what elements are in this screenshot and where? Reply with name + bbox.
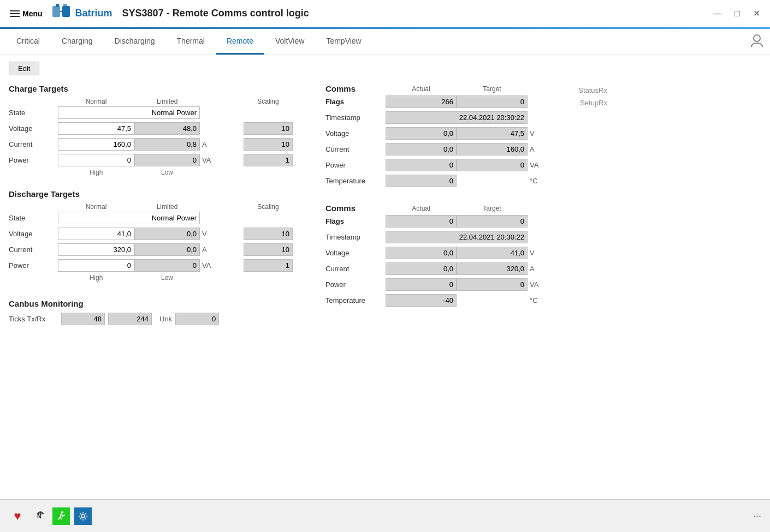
discharge-comms-power-unit: VA <box>528 280 544 289</box>
discharge-power-scaling[interactable] <box>244 259 293 272</box>
discharge-voltage-limited[interactable] <box>134 228 200 240</box>
charge-comms-current-target[interactable] <box>457 143 528 156</box>
discharge-comms-current-label: Current <box>325 265 386 273</box>
charge-comms-actual-header: Actual <box>386 85 457 93</box>
charge-voltage-normal[interactable] <box>58 122 134 135</box>
canbus-tx-input[interactable] <box>61 313 105 325</box>
menu-label: Menu <box>22 9 43 18</box>
status-rx-link[interactable]: StatusRx <box>578 86 607 94</box>
edit-button[interactable]: Edit <box>9 62 39 75</box>
charge-comms-power-actual[interactable] <box>386 159 457 171</box>
discharge-current-limited[interactable] <box>134 243 200 256</box>
canbus-title: Canbus Monitoring <box>9 299 315 308</box>
charge-voltage-limited[interactable] <box>134 122 200 135</box>
svg-point-8 <box>81 515 85 518</box>
svg-point-7 <box>61 511 63 513</box>
charge-comms-power-unit: VA <box>528 161 544 169</box>
svg-rect-1 <box>62 6 70 17</box>
discharge-comms-temperature-actual[interactable] <box>386 294 457 307</box>
menu-button[interactable]: Menu <box>5 7 47 20</box>
discharge-power-limited[interactable] <box>134 259 200 272</box>
discharge-comms-voltage-label: Voltage <box>325 249 386 257</box>
close-button[interactable]: ✕ <box>749 7 765 20</box>
tab-tempview[interactable]: TempView <box>315 29 372 55</box>
charge-limited-header: Limited <box>134 98 200 105</box>
discharge-current-scaling[interactable] <box>244 243 293 256</box>
canbus-ticks-label: Ticks Tx/Rx <box>9 315 58 323</box>
discharge-comms-power-actual[interactable] <box>386 278 457 291</box>
tab-charging[interactable]: Charging <box>51 29 104 55</box>
brand-name: Batrium <box>75 8 112 19</box>
discharge-power-normal[interactable] <box>58 259 134 272</box>
hamburger-icon <box>10 10 20 17</box>
discharge-comms-title: Comms <box>325 204 386 213</box>
discharge-comms-current-actual[interactable] <box>386 262 457 275</box>
user-icon[interactable] <box>749 33 765 51</box>
charge-comms-power-label: Power <box>325 161 386 169</box>
charge-flags-actual[interactable] <box>386 95 457 108</box>
wifi-n-icon[interactable]: N <box>31 507 48 525</box>
tab-critical[interactable]: Critical <box>5 29 51 55</box>
discharge-comms-voltage-target[interactable] <box>457 247 528 259</box>
discharge-comms-power-label: Power <box>325 280 386 289</box>
charge-comms-voltage-label: Voltage <box>325 129 386 138</box>
discharge-timestamp-label: Timestamp <box>325 233 386 241</box>
tab-thermal[interactable]: Thermal <box>166 29 216 55</box>
tab-voltview[interactable]: VoltView <box>264 29 315 55</box>
maximize-button[interactable]: □ <box>730 7 744 20</box>
charge-power-normal[interactable] <box>58 154 134 166</box>
batrium-logo-svg <box>51 2 71 21</box>
charge-timestamp-input[interactable] <box>386 111 528 124</box>
discharge-comms-voltage-actual[interactable] <box>386 247 457 259</box>
discharge-flags-actual[interactable] <box>386 215 457 228</box>
discharge-comms-voltage-unit: V <box>528 249 544 257</box>
tab-remote[interactable]: Remote <box>216 29 264 55</box>
heart-icon[interactable]: ♥ <box>9 507 26 525</box>
charge-current-label: Current <box>9 140 58 148</box>
discharge-state-input[interactable] <box>58 212 200 224</box>
tab-discharging[interactable]: Discharging <box>104 29 166 55</box>
charge-comms-temperature-actual[interactable] <box>386 175 457 187</box>
discharge-low-label: Low <box>134 274 200 282</box>
title-bar-controls: — □ ✕ <box>708 7 765 20</box>
svg-point-5 <box>754 35 760 41</box>
charge-comms-current-actual[interactable] <box>386 143 457 156</box>
svg-point-6 <box>40 513 42 515</box>
window-title: SYS3807 - Remote Comms control logic <box>122 8 309 19</box>
charge-power-limited[interactable] <box>134 154 200 166</box>
charge-current-limited[interactable] <box>134 138 200 151</box>
charge-targets-title: Charge Targets <box>9 84 315 93</box>
charge-comms-voltage-actual[interactable] <box>386 127 457 140</box>
discharge-comms-current-target[interactable] <box>457 262 528 275</box>
charge-power-scaling[interactable] <box>244 154 293 166</box>
svg-rect-3 <box>63 4 67 7</box>
canbus-rx-input[interactable] <box>108 313 152 325</box>
discharge-timestamp-input[interactable] <box>386 231 528 243</box>
charge-state-input[interactable] <box>58 106 200 119</box>
canbus-unk-input[interactable] <box>175 313 219 325</box>
charge-scaling-header: Scaling <box>244 98 293 105</box>
title-bar-left: Menu Batrium SYS3807 - Remote Comms cont… <box>5 2 309 25</box>
charge-current-normal[interactable] <box>58 138 134 151</box>
discharge-flags-target[interactable] <box>457 215 528 228</box>
discharge-voltage-label: Voltage <box>9 230 58 238</box>
charge-comms-power-target[interactable] <box>457 159 528 171</box>
discharge-current-normal[interactable] <box>58 243 134 256</box>
charge-power-unit: VA <box>200 156 244 164</box>
discharge-comms-power-target[interactable] <box>457 278 528 291</box>
charge-comms-voltage-target[interactable] <box>457 127 528 140</box>
charge-comms-section: Comms Actual Target Flags Timest <box>325 84 544 190</box>
setup-rx-link[interactable]: SetupRx <box>580 99 607 107</box>
discharge-normal-header: Normal <box>58 203 134 211</box>
charge-flags-target[interactable] <box>457 95 528 108</box>
discharge-voltage-scaling[interactable] <box>244 228 293 240</box>
gear-icon[interactable] <box>74 507 92 525</box>
runner-icon[interactable] <box>52 507 70 525</box>
minimize-button[interactable]: — <box>708 7 726 20</box>
charge-voltage-scaling[interactable] <box>244 122 293 135</box>
discharge-voltage-normal[interactable] <box>58 228 134 240</box>
discharge-power-unit: VA <box>200 261 244 270</box>
charge-current-scaling[interactable] <box>244 138 293 151</box>
charge-current-unit: A <box>200 140 244 148</box>
charge-comms-target-header: Target <box>457 85 528 93</box>
